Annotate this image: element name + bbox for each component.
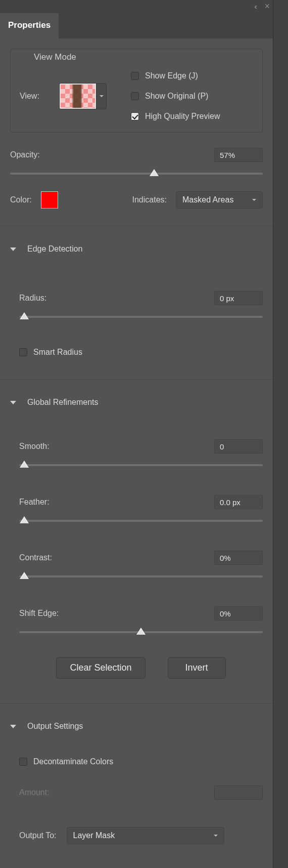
checkbox-icon <box>19 758 27 766</box>
shift-edge-input[interactable] <box>214 606 263 621</box>
radius-slider[interactable] <box>19 312 263 321</box>
chevron-down-icon <box>10 401 16 404</box>
amount-input <box>214 786 263 800</box>
slider-track <box>10 173 263 175</box>
contrast-input[interactable] <box>214 551 263 565</box>
shift-edge-label: Shift Edge: <box>19 609 59 618</box>
slider-track <box>19 464 263 466</box>
opacity-label: Opacity: <box>10 150 40 159</box>
checkbox-icon <box>131 92 139 100</box>
slider-track <box>19 575 263 577</box>
show-edge-checkbox[interactable]: Show Edge (J) <box>131 71 220 80</box>
slider-track <box>19 520 263 522</box>
slider-thumb-icon[interactable] <box>20 572 29 580</box>
checkbox-icon <box>131 112 139 120</box>
contrast-slider[interactable] <box>19 572 263 581</box>
edge-detection-accordion[interactable]: Edge Detection <box>10 244 263 254</box>
checkbox-icon <box>19 348 27 356</box>
slider-thumb-icon[interactable] <box>20 516 29 524</box>
feather-input[interactable] <box>214 495 263 509</box>
global-refinements-title: Global Refinements <box>27 398 99 407</box>
opacity-slider[interactable] <box>10 169 263 178</box>
indicates-label: Indicates: <box>132 195 167 204</box>
output-settings-title: Output Settings <box>27 722 83 731</box>
opacity-input[interactable] <box>214 148 263 162</box>
smooth-label: Smooth: <box>19 442 50 451</box>
chevron-down-icon <box>252 199 256 201</box>
color-swatch[interactable] <box>41 191 58 209</box>
smooth-slider[interactable] <box>19 461 263 470</box>
slider-track <box>19 316 263 318</box>
amount-label: Amount: <box>19 788 50 797</box>
radius-input[interactable] <box>214 291 263 305</box>
slider-thumb-icon[interactable] <box>20 461 29 469</box>
view-thumbnail <box>60 84 96 109</box>
slider-thumb-icon[interactable] <box>20 312 29 320</box>
output-settings-accordion[interactable]: Output Settings <box>10 722 263 731</box>
decontaminate-colors-label: Decontaminate Colors <box>33 757 113 766</box>
contrast-label: Contrast: <box>19 553 52 562</box>
edge-detection-title: Edge Detection <box>27 244 82 254</box>
output-to-dropdown[interactable]: Layer Mask <box>67 827 224 844</box>
output-to-label: Output To: <box>19 831 57 840</box>
radius-label: Radius: <box>19 294 46 303</box>
smart-radius-checkbox[interactable]: Smart Radius <box>19 348 263 357</box>
color-label: Color: <box>10 195 32 204</box>
tab-strip: Properties <box>0 13 273 38</box>
right-gutter <box>273 0 288 868</box>
slider-thumb-icon[interactable] <box>150 169 159 177</box>
clear-selection-button[interactable]: Clear Selection <box>56 657 145 679</box>
chevron-down-icon <box>100 95 104 97</box>
indicates-value: Masked Areas <box>182 195 233 204</box>
smooth-input[interactable] <box>214 439 263 453</box>
smart-radius-label: Smart Radius <box>33 348 82 357</box>
view-label: View: <box>20 92 59 101</box>
output-to-value: Layer Mask <box>73 831 115 840</box>
shift-edge-slider[interactable] <box>19 628 263 637</box>
show-edge-label: Show Edge (J) <box>145 71 198 80</box>
chevron-down-icon <box>214 835 218 837</box>
high-quality-preview-checkbox[interactable]: High Quality Preview <box>131 112 220 121</box>
checkbox-icon <box>131 72 139 80</box>
view-dropdown-button[interactable] <box>96 84 106 109</box>
high-quality-preview-label: High Quality Preview <box>145 112 220 121</box>
show-original-label: Show Original (P) <box>145 92 208 101</box>
collapse-icon[interactable]: ‹‹ <box>254 2 255 11</box>
invert-button[interactable]: Invert <box>168 657 226 679</box>
indicates-dropdown[interactable]: Masked Areas <box>176 191 263 209</box>
view-mode-group: View Mode View: Show Edge (J) <box>10 49 263 133</box>
view-mode-legend: View Mode <box>30 52 80 62</box>
chevron-down-icon <box>10 247 16 251</box>
view-thumbnail-dropdown[interactable] <box>59 83 107 109</box>
decontaminate-colors-checkbox[interactable]: Decontaminate Colors <box>19 757 263 766</box>
chevron-down-icon <box>10 725 16 728</box>
global-refinements-accordion[interactable]: Global Refinements <box>10 398 263 407</box>
tab-properties[interactable]: Properties <box>0 13 59 38</box>
close-icon[interactable]: × <box>264 2 270 11</box>
slider-thumb-icon[interactable] <box>136 628 146 636</box>
feather-label: Feather: <box>19 498 50 507</box>
feather-slider[interactable] <box>19 516 263 525</box>
show-original-checkbox[interactable]: Show Original (P) <box>131 92 220 101</box>
panel-titlebar: ‹‹ × <box>0 0 273 13</box>
